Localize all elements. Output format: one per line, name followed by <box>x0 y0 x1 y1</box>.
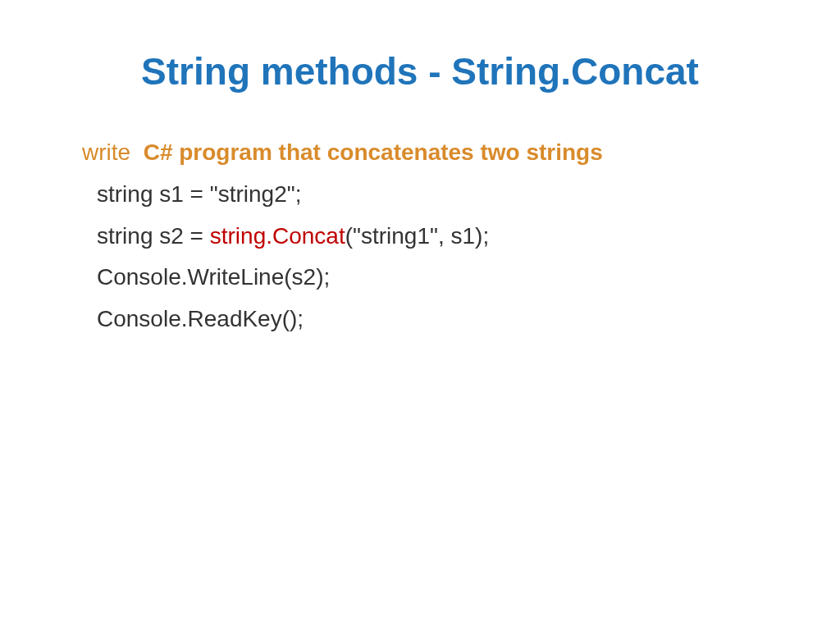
string-concat-method: string.Concat <box>210 223 345 249</box>
program-description: C# program that concatenates two strings <box>144 139 603 165</box>
prompt-line: write C# program that concatenates two s… <box>82 135 758 171</box>
code-line-3: Console.WriteLine(s2); <box>82 259 758 296</box>
slide-content: write C# program that concatenates two s… <box>82 135 758 338</box>
code-line-2-suffix: ("string1", s1); <box>345 223 489 249</box>
code-line-2-prefix: string s2 = <box>97 223 210 249</box>
code-line-2: string s2 = string.Concat("string1", s1)… <box>82 218 758 255</box>
slide-title: String methods - String.Concat <box>82 49 758 94</box>
code-line-1: string s1 = "string2"; <box>82 176 758 213</box>
code-line-4: Console.ReadKey(); <box>82 301 758 338</box>
write-label: write <box>82 139 130 165</box>
slide-container: String methods - String.Concat write C# … <box>0 0 840 630</box>
